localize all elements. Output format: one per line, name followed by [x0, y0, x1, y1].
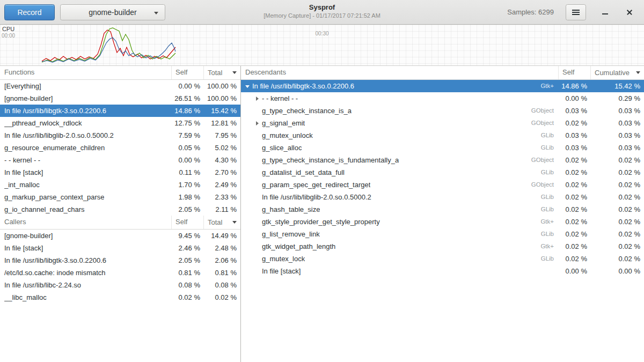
row-collapse-icon[interactable]: [243, 82, 252, 91]
table-row[interactable]: In file /usr/lib/libgtk-3.so.0.2200.6Gtk…: [241, 80, 644, 92]
table-row[interactable]: g_datalist_id_set_data_fullGLib0.02 %0.0…: [241, 166, 644, 179]
table-row[interactable]: - - kernel - -0.00 %0.29 %: [241, 92, 644, 105]
total-percent: 12.81 %: [204, 117, 240, 129]
sort-indicator-icon: [232, 221, 237, 224]
table-row[interactable]: g_signal_emitGObject0.02 %0.03 %: [241, 117, 644, 129]
record-button[interactable]: Record: [4, 4, 55, 20]
self-percent: 2.05 %: [172, 203, 204, 216]
self-percent: 14.86 %: [172, 105, 204, 117]
table-row[interactable]: In file [stack]2.46 %2.48 %: [0, 242, 240, 254]
table-row[interactable]: __pthread_rwlock_rdlock12.75 %12.81 %: [0, 117, 240, 129]
table-row[interactable]: [gnome-builder]9.45 %14.49 %: [0, 230, 240, 242]
cumulative-percent: 0.03 %: [591, 117, 644, 129]
symbol-name: g_type_check_instance_is_a: [262, 105, 352, 117]
library-badge: Gtk+: [535, 240, 559, 253]
total-percent: 0.02 %: [204, 291, 240, 304]
column-header-self[interactable]: Self: [559, 66, 591, 79]
row-name-cell: In file /usr/lib/libc-2.24.so: [0, 279, 172, 291]
table-row[interactable]: In file [stack]0.00 %0.00 %: [241, 265, 644, 277]
library-badge: GObject: [526, 105, 559, 117]
table-row[interactable]: In file /usr/lib/libgtk-3.so.0.2200.62.0…: [0, 254, 240, 267]
table-row[interactable]: In file /usr/lib/libc-2.24.so0.08 %0.08 …: [0, 279, 240, 291]
library-badge: GObject: [526, 117, 559, 129]
table-row[interactable]: g_type_check_instance_is_aGObject0.03 %0…: [241, 105, 644, 117]
library-badge: GLib: [536, 129, 559, 142]
table-row[interactable]: g_type_check_instance_is_fundamentally_a…: [241, 154, 644, 166]
table-row[interactable]: g_markup_parse_context_parse1.98 %2.33 %: [0, 191, 240, 203]
row-name-cell: In file [stack]: [0, 166, 172, 179]
hamburger-icon: [572, 12, 580, 13]
table-row[interactable]: _int_malloc1.70 %2.49 %: [0, 179, 240, 191]
column-header-self[interactable]: Self: [172, 216, 204, 229]
table-row[interactable]: In file /usr/lib/libglib-2.0.so.0.5000.2…: [0, 129, 240, 142]
column-header-descendants[interactable]: Descendants: [241, 66, 559, 79]
symbol-name: g_list_remove_link: [262, 228, 320, 240]
table-row[interactable]: g_list_remove_linkGLib0.02 %0.02 %: [241, 228, 644, 240]
table-row[interactable]: /etc/ld.so.cache: inode mismatch0.81 %0.…: [0, 267, 240, 279]
cpu-label: CPU: [2, 26, 14, 32]
column-header-self[interactable]: Self: [172, 66, 204, 79]
total-percent: 2.49 %: [204, 179, 240, 191]
library-badge: Gtk+: [535, 80, 559, 92]
symbol-name: In file /usr/lib/libgtk-3.so.0.2200.6: [4, 105, 106, 117]
chevron-down-icon: [154, 12, 158, 14]
minimize-button[interactable]: [600, 8, 610, 17]
symbol-name: g_slice_alloc: [262, 142, 302, 154]
table-row[interactable]: [gnome-builder]26.51 %100.00 %: [0, 92, 240, 105]
table-row[interactable]: [Everything]0.00 %100.00 %: [0, 80, 240, 92]
table-row[interactable]: g_slice_allocGLib0.03 %0.03 %: [241, 142, 644, 154]
row-name-cell: g_resource_enumerate_children: [0, 142, 172, 154]
time-label-start: 00:00: [2, 33, 15, 39]
row-expand-icon[interactable]: [253, 119, 262, 128]
column-header-functions[interactable]: Functions: [0, 66, 172, 79]
cpu-green-line: [42, 28, 175, 62]
self-percent: 0.00 %: [172, 154, 204, 166]
table-row[interactable]: g_hash_table_sizeGLib0.02 %0.02 %: [241, 203, 644, 216]
self-percent: 0.02 %: [559, 179, 591, 191]
table-row[interactable]: gtk_widget_path_lengthGtk+0.02 %0.02 %: [241, 240, 644, 253]
self-percent: 1.70 %: [172, 179, 204, 191]
close-icon: [626, 9, 633, 16]
symbol-name: In file /usr/lib/libglib-2.0.so.0.5000.2: [262, 191, 371, 203]
table-row[interactable]: g_resource_enumerate_children0.05 %5.02 …: [0, 142, 240, 154]
row-name-cell: In file [stack]: [0, 242, 172, 254]
self-percent: 0.00 %: [172, 80, 204, 92]
table-row[interactable]: In file /usr/lib/libglib-2.0.so.0.5000.2…: [241, 191, 644, 203]
column-header-total[interactable]: Total: [204, 216, 240, 229]
functions-table-header: Functions Self Total: [0, 66, 240, 80]
self-percent: 0.05 %: [172, 142, 204, 154]
row-expand-icon[interactable]: [253, 94, 262, 103]
column-header-cumulative-label: Cumulative: [595, 67, 630, 79]
column-header-cumulative[interactable]: Cumulative: [591, 66, 644, 79]
column-header-total-label: Total: [208, 67, 222, 79]
column-header-total[interactable]: Total: [204, 66, 240, 79]
table-row[interactable]: In file [stack]0.11 %2.70 %: [0, 166, 240, 179]
self-percent: 0.03 %: [559, 142, 591, 154]
table-row[interactable]: gtk_style_provider_get_style_propertyGtk…: [241, 216, 644, 228]
self-percent: 2.05 %: [172, 254, 204, 267]
table-row[interactable]: __libc_malloc0.02 %0.02 %: [0, 291, 240, 304]
symbol-name: g_mutex_unlock: [262, 129, 313, 142]
functions-table: [Everything]0.00 %100.00 %[gnome-builder…: [0, 80, 240, 216]
cumulative-percent: 0.03 %: [591, 105, 644, 117]
row-name-cell: g_signal_emitGObject: [241, 117, 559, 129]
menu-button[interactable]: [566, 4, 586, 20]
total-percent: 5.02 %: [204, 142, 240, 154]
table-row[interactable]: g_io_channel_read_chars2.05 %2.11 %: [0, 203, 240, 216]
symbol-name: g_markup_parse_context_parse: [4, 191, 104, 203]
self-percent: 0.02 %: [559, 228, 591, 240]
table-row[interactable]: In file /usr/lib/libgtk-3.so.0.2200.614.…: [0, 105, 240, 117]
target-selector[interactable]: gnome-builder: [60, 4, 165, 20]
close-button[interactable]: [625, 8, 634, 17]
cpu-graph[interactable]: CPU 00:00 00:30: [0, 25, 644, 66]
table-row[interactable]: g_param_spec_get_redirect_targetGObject0…: [241, 179, 644, 191]
table-row[interactable]: - - kernel - -0.00 %4.30 %: [0, 154, 240, 166]
expander-spacer: [253, 106, 262, 115]
table-row[interactable]: g_mutex_lockGLib0.02 %0.02 %: [241, 253, 644, 265]
table-row[interactable]: g_mutex_unlockGLib0.03 %0.03 %: [241, 129, 644, 142]
column-header-callers[interactable]: Callers: [0, 216, 172, 229]
symbol-name: g_resource_enumerate_children: [4, 142, 105, 154]
cpu-red-line: [42, 30, 175, 61]
right-pane: Descendants Self Cumulative In file /usr…: [241, 66, 644, 362]
cumulative-percent: 0.03 %: [591, 129, 644, 142]
